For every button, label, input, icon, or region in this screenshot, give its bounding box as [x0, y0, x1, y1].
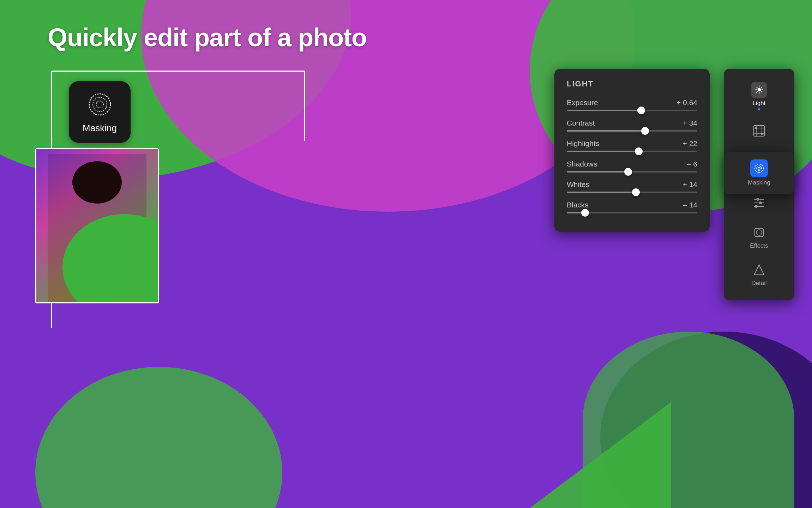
light-panel: LIGHT Exposure + 0.64 Contrast + 34 — [554, 69, 710, 232]
exposure-value: + 0.64 — [676, 98, 697, 107]
toolbar-item-effects[interactable]: Effects — [724, 218, 794, 256]
inner-photo-frame — [35, 148, 159, 303]
svg-point-4 — [755, 127, 757, 129]
svg-point-18 — [757, 166, 762, 171]
shadows-label: Shadows — [567, 160, 597, 168]
whites-track[interactable] — [567, 192, 697, 193]
main-content: Quickly edit part of a photo Masking L — [0, 0, 812, 508]
toolbar-item-transform[interactable] — [724, 117, 794, 147]
contrast-label: Contrast — [567, 119, 595, 127]
toolbar-item-light[interactable]: ☀ Light — [724, 76, 794, 117]
whites-value: + 14 — [683, 180, 697, 189]
svg-point-5 — [761, 133, 763, 135]
toolbar-item-detail[interactable]: Detail — [724, 256, 794, 293]
masking-toolbar-label: Masking — [748, 179, 770, 186]
svg-point-2 — [96, 101, 103, 108]
whites-row: Whites + 14 — [567, 180, 697, 193]
masking-label: Masking — [83, 123, 117, 134]
svg-marker-16 — [754, 265, 764, 275]
detail-icon — [751, 262, 767, 278]
contrast-value: + 34 — [683, 119, 697, 127]
page-title: Quickly edit part of a photo — [48, 23, 367, 52]
selection-frame-right — [304, 71, 305, 141]
svg-point-13 — [755, 205, 758, 208]
shadows-value: – 6 — [687, 160, 697, 168]
effects-label: Effects — [750, 242, 768, 249]
detail-label: Detail — [751, 280, 766, 287]
highlights-value: + 22 — [683, 139, 697, 148]
svg-rect-3 — [754, 126, 764, 136]
adjust-icon — [751, 194, 767, 210]
svg-point-1 — [93, 97, 107, 111]
transform-icon — [751, 123, 767, 139]
whites-label: Whites — [567, 180, 589, 189]
svg-point-15 — [756, 230, 762, 235]
svg-point-9 — [756, 198, 759, 201]
highlights-row: Highlights + 22 — [567, 139, 697, 152]
masking-toolbar-icon — [750, 159, 768, 177]
shadows-track[interactable] — [567, 171, 697, 173]
blacks-label: Blacks — [567, 201, 589, 209]
contrast-track[interactable] — [567, 130, 697, 132]
blacks-row: Blacks – 14 — [567, 201, 697, 213]
svg-point-19 — [758, 167, 760, 169]
exposure-label: Exposure — [567, 98, 598, 107]
light-label: Light — [753, 100, 766, 107]
masking-toolbar-item[interactable]: Masking — [724, 152, 794, 194]
shadows-row: Shadows – 6 — [567, 160, 697, 173]
masking-button[interactable]: Masking — [69, 81, 131, 143]
highlights-label: Highlights — [567, 139, 599, 148]
svg-point-11 — [759, 201, 762, 204]
highlights-track[interactable] — [567, 151, 697, 152]
effects-icon — [751, 225, 767, 240]
contrast-row: Contrast + 34 — [567, 119, 697, 132]
blacks-track[interactable] — [567, 212, 697, 213]
exposure-row: Exposure + 0.64 — [567, 98, 697, 111]
blacks-value: – 14 — [683, 201, 697, 209]
light-icon: ☀ — [751, 82, 767, 98]
masking-icon — [86, 90, 114, 119]
light-active-dot — [758, 108, 760, 110]
panel-title: LIGHT — [567, 79, 697, 89]
svg-point-17 — [755, 164, 763, 173]
exposure-track[interactable] — [567, 110, 697, 111]
